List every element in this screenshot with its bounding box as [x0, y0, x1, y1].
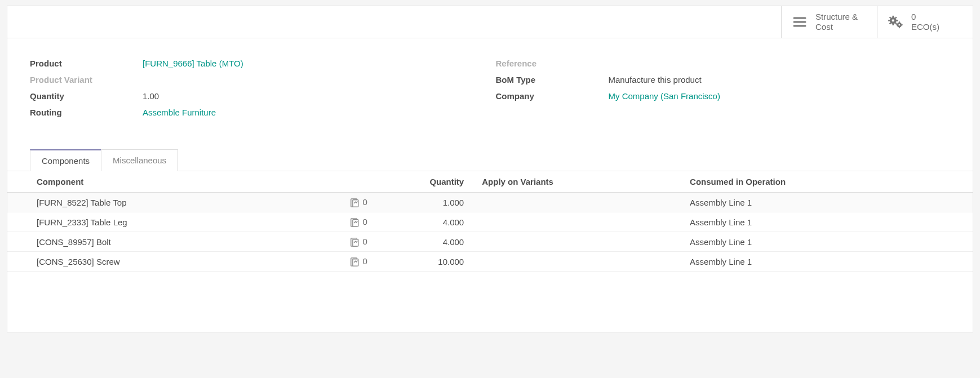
left-column: Product [FURN_9666] Table (MTO) Product …: [30, 55, 485, 121]
bomtype-label: BoM Type: [496, 75, 609, 85]
cell-consumed: Assembly Line 1: [683, 193, 973, 212]
eco-button-count: 0: [911, 12, 939, 22]
stat-button-box: Structure & Cost: [7, 6, 973, 38]
routing-label: Routing: [30, 108, 143, 117]
tab-miscellaneous[interactable]: Miscellaneous: [101, 149, 178, 171]
th-quantity: Quantity: [374, 171, 471, 193]
svg-rect-8: [896, 20, 898, 21]
forecast-icon: [349, 198, 360, 207]
cell-component: [FURN_2333] Table Leg: [7, 212, 316, 232]
eco-button-label: ECO(s): [911, 22, 939, 32]
gears-icon: [888, 14, 903, 30]
form-sheet: Structure & Cost: [7, 6, 973, 332]
table-row[interactable]: [CONS_89957] Bolt04.000Assembly Line 1: [7, 232, 973, 252]
table-row[interactable]: [FURN_8522] Table Top01.000Assembly Line…: [7, 193, 973, 212]
right-column: Reference BoM Type Manufacture this prod…: [496, 55, 951, 121]
forecast-icon: [349, 218, 360, 227]
cell-component: [CONS_89957] Bolt: [7, 232, 316, 252]
cell-consumed: Assembly Line 1: [683, 252, 973, 272]
structure-cost-button[interactable]: Structure & Cost: [781, 6, 877, 38]
cell-forecast[interactable]: 0: [316, 232, 374, 252]
product-label: Product: [30, 59, 143, 68]
quantity-label: Quantity: [30, 91, 143, 101]
structure-button-line2: Cost: [815, 22, 858, 32]
cell-variants: [471, 212, 683, 232]
cell-variants: [471, 252, 683, 272]
company-label: Company: [496, 91, 609, 101]
svg-rect-5: [892, 16, 894, 17]
svg-rect-16: [899, 27, 900, 29]
quantity-value: 1.00: [143, 91, 159, 101]
structure-button-line1: Structure &: [815, 12, 858, 22]
svg-point-14: [898, 24, 900, 26]
svg-rect-24: [352, 239, 358, 246]
components-table-wrap: Component Quantity Apply on Variants Con…: [7, 171, 973, 272]
cell-component: [CONS_25630] Screw: [7, 252, 316, 272]
routing-value[interactable]: Assemble Furniture: [143, 108, 216, 117]
list-icon: [792, 14, 808, 30]
tab-components[interactable]: Components: [30, 149, 101, 171]
svg-point-4: [892, 19, 894, 21]
cell-consumed: Assembly Line 1: [683, 232, 973, 252]
th-consumed: Consumed in Operation: [683, 171, 973, 193]
svg-rect-17: [896, 24, 898, 25]
form-body: Product [FURN_9666] Table (MTO) Product …: [7, 38, 973, 126]
svg-rect-7: [888, 20, 890, 21]
cell-variants: [471, 193, 683, 212]
bomtype-value: Manufacture this product: [609, 75, 702, 85]
cell-variants: [471, 232, 683, 252]
svg-rect-26: [352, 259, 358, 266]
svg-rect-15: [899, 21, 900, 23]
cell-component: [FURN_8522] Table Top: [7, 193, 316, 212]
cell-forecast[interactable]: 0: [316, 193, 374, 212]
tabs: Components Miscellaneous: [7, 149, 973, 171]
cell-quantity: 1.000: [374, 193, 471, 212]
cell-quantity: 4.000: [374, 212, 471, 232]
product-value[interactable]: [FURN_9666] Table (MTO): [143, 59, 243, 68]
cell-quantity: 4.000: [374, 232, 471, 252]
company-value[interactable]: My Company (San Francisco): [609, 91, 720, 101]
forecast-icon: [349, 257, 360, 266]
svg-rect-18: [901, 24, 903, 25]
cell-consumed: Assembly Line 1: [683, 212, 973, 232]
th-variants: Apply on Variants: [471, 171, 683, 193]
reference-label: Reference: [496, 59, 609, 68]
product-variant-label: Product Variant: [30, 75, 143, 85]
th-component: Component: [7, 171, 316, 193]
table-row[interactable]: [CONS_25630] Screw010.000Assembly Line 1: [7, 252, 973, 272]
cell-forecast[interactable]: 0: [316, 212, 374, 232]
svg-rect-22: [352, 220, 358, 226]
cell-quantity: 10.000: [374, 252, 471, 272]
svg-rect-20: [352, 200, 358, 207]
components-table: Component Quantity Apply on Variants Con…: [7, 171, 973, 272]
forecast-icon: [349, 238, 360, 247]
table-row[interactable]: [FURN_2333] Table Leg04.000Assembly Line…: [7, 212, 973, 232]
eco-button[interactable]: 0 ECO(s): [877, 6, 973, 38]
cell-forecast[interactable]: 0: [316, 252, 374, 272]
svg-rect-6: [892, 24, 894, 25]
